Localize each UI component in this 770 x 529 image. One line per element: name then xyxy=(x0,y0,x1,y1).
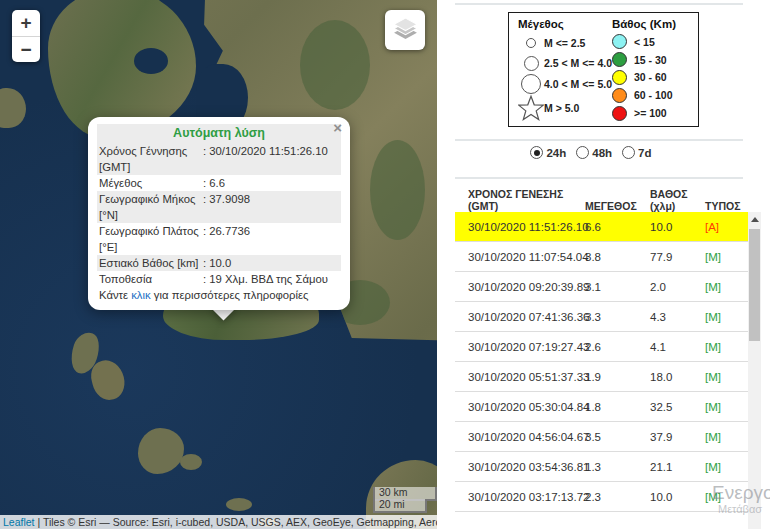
type-badge: [M] xyxy=(705,311,748,323)
popup-more-info-link[interactable]: κλικ xyxy=(131,289,150,301)
table-row[interactable]: 30/10/2020 07:19:27.43 2.6 4.1 [M] xyxy=(455,332,748,362)
layers-icon xyxy=(392,15,419,46)
map-scale-control: 30 km 20 mi xyxy=(373,487,437,513)
header-type: ΤΥΠΟΣ xyxy=(705,200,748,212)
scrollbar-up-arrow-icon[interactable] xyxy=(748,212,761,227)
popup-row-origin-time: Χρόνος Γέννησης [GMT] : 30/10/2020 11:51… xyxy=(97,143,341,175)
radio-24h[interactable]: 24h xyxy=(530,146,566,159)
type-badge: [M] xyxy=(705,431,748,443)
depth-orange-dot-icon xyxy=(612,88,627,103)
popup-title: Αυτόματη λύση xyxy=(97,124,341,143)
legend-item: 15 - 30 xyxy=(612,51,694,69)
radio-48h-circle xyxy=(576,146,589,159)
type-badge: [M] xyxy=(705,251,748,263)
header-time: ΧΡΟΝΟΣ ΓΕΝΕΣΗΣ (GMT) xyxy=(468,188,585,212)
popup-row-longitude: Γεωγραφικό Μήκος [°N] : 37.9098 xyxy=(97,191,341,223)
popup-row-latitude: Γεωγραφικό Πλάτος [°E] : 26.7736 xyxy=(97,223,341,255)
magnitude-star-icon xyxy=(518,94,544,122)
table-header: ΧΡΟΝΟΣ ΓΕΝΕΣΗΣ (GMT) ΜΕΓΕΘΟΣ ΒΑΘΟΣ (χλμ)… xyxy=(455,184,748,212)
legend-item: M > 5.0 xyxy=(518,94,610,122)
depth-cyan-dot-icon xyxy=(612,34,627,49)
popup-row-magnitude: Μέγεθος : 6.6 xyxy=(97,175,341,191)
depth-yellow-dot-icon xyxy=(612,70,627,85)
type-badge: [M] xyxy=(705,341,748,353)
map-zoom-control: + − xyxy=(12,10,40,62)
legend-magnitude-title: Μέγεθος xyxy=(518,18,610,30)
radio-7d[interactable]: 7d xyxy=(622,146,651,159)
legend-depth: Βάθος (Km) < 15 15 - 30 30 - 60 60 - 100… xyxy=(610,18,694,122)
type-badge: [M] xyxy=(705,281,748,293)
header-depth: ΒΑΘΟΣ (χλμ) xyxy=(650,188,705,212)
legend-box: Μέγεθος M <= 2.5 2.5 < M <= 4.0 4.0 < M … xyxy=(508,12,699,127)
radio-48h[interactable]: 48h xyxy=(576,146,612,159)
type-badge: [M] xyxy=(705,371,748,383)
popup-footer: Κάντε κλικ για περισσότερες πληροφορίες xyxy=(97,287,341,303)
legend-item: >= 100 xyxy=(612,104,694,122)
divider xyxy=(455,139,743,141)
radio-7d-circle xyxy=(622,146,635,159)
radio-24h-circle xyxy=(530,146,543,159)
divider xyxy=(455,3,743,5)
table-row[interactable]: 30/10/2020 07:41:36.36 3.3 4.3 [M] xyxy=(455,302,748,332)
legend-depth-title: Βάθος (Km) xyxy=(612,18,694,30)
popup-close-icon[interactable]: × xyxy=(333,121,342,135)
table-row[interactable]: 30/10/2020 03:17:13.72 2.3 10.0 [M] xyxy=(455,482,748,512)
windows-activation-watermark: Ενεργο Μετάβασ xyxy=(712,482,770,516)
table-row[interactable]: 30/10/2020 11:07:54.04 3.8 77.9 [M] xyxy=(455,242,748,272)
legend-item: < 15 xyxy=(612,33,694,51)
islet-1 xyxy=(180,454,202,470)
table-row[interactable]: 30/10/2020 05:51:37.33 1.9 18.0 [M] xyxy=(455,362,748,392)
zoom-out-button[interactable]: − xyxy=(12,36,40,62)
time-filter: 24h 48h 7d xyxy=(455,146,727,159)
events-panel: Μέγεθος M <= 2.5 2.5 < M <= 4.0 4.0 < M … xyxy=(437,0,770,529)
scale-mi: 20 mi xyxy=(373,499,427,513)
legend-magnitude: Μέγεθος M <= 2.5 2.5 < M <= 4.0 4.0 < M … xyxy=(518,18,610,122)
legend-item: 2.5 < M <= 4.0 xyxy=(518,53,610,73)
map-canvas[interactable]: + − × Αυτόματη λύση Χρόνος Γέννησης [GMT… xyxy=(0,0,437,529)
header-magnitude: ΜΕΓΕΘΟΣ xyxy=(585,200,650,212)
legend-item: M <= 2.5 xyxy=(518,33,610,53)
events-table: ΧΡΟΝΟΣ ΓΕΝΕΣΗΣ (GMT) ΜΕΓΕΘΟΣ ΒΑΘΟΣ (χλμ)… xyxy=(455,184,748,512)
table-row[interactable]: 30/10/2020 05:30:04.84 1.8 32.5 [M] xyxy=(455,392,748,422)
popup-row-depth: Εστιακό Βάθος [km] : 10.0 xyxy=(97,255,341,271)
layers-control-button[interactable] xyxy=(385,10,425,50)
type-badge: [A] xyxy=(705,221,748,233)
table-row[interactable]: 30/10/2020 11:51:26.10 6.6 10.0 [A] xyxy=(455,212,748,242)
attribution-text: | Tiles © Esri — Source: Esri, i-cubed, … xyxy=(35,516,437,528)
magnitude-medium-circle-icon xyxy=(518,56,544,71)
magnitude-small-circle-icon xyxy=(518,38,544,48)
table-row[interactable]: 30/10/2020 04:56:04.67 3.5 37.9 [M] xyxy=(455,422,748,452)
scrollbar-thumb[interactable] xyxy=(749,229,760,341)
magnitude-large-circle-icon xyxy=(518,74,544,94)
table-row[interactable]: 30/10/2020 03:54:36.81 1.3 21.1 [M] xyxy=(455,452,748,482)
islet-2 xyxy=(226,498,252,511)
type-badge: [M] xyxy=(705,401,748,413)
legend-item: 60 - 100 xyxy=(612,86,694,104)
legend-item: 30 - 60 xyxy=(612,69,694,87)
zoom-in-button[interactable]: + xyxy=(12,10,40,36)
earthquake-popup: × Αυτόματη λύση Χρόνος Γέννησης [GMT] : … xyxy=(88,117,350,310)
type-badge: [M] xyxy=(705,461,748,473)
depth-red-dot-icon xyxy=(612,106,627,121)
map-attribution: Leaflet | Tiles © Esri — Source: Esri, i… xyxy=(0,515,437,529)
depth-green-dot-icon xyxy=(612,52,627,67)
leaflet-link[interactable]: Leaflet xyxy=(3,516,35,528)
divider xyxy=(455,177,743,179)
table-row[interactable]: 30/10/2020 09:20:39.89 3.1 2.0 [M] xyxy=(455,272,748,302)
legend-item: 4.0 < M <= 5.0 xyxy=(518,74,610,94)
popup-row-location: Τοποθεσία : 19 Χλμ. ΒΒΔ της Σάμου xyxy=(97,271,341,287)
